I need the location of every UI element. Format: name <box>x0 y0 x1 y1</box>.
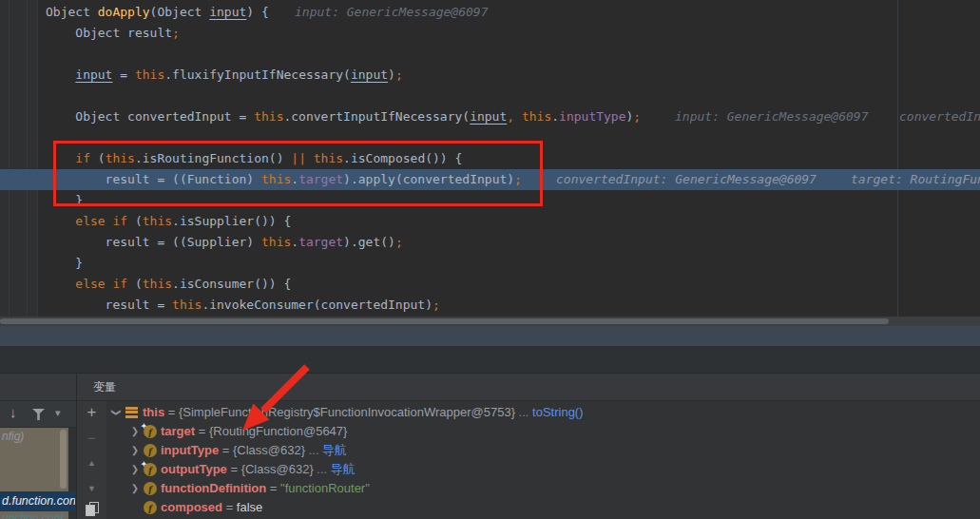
duplicate-icon[interactable] <box>86 502 99 516</box>
inline-debug-hint: convertedInp <box>899 106 980 127</box>
sparkle-icon: ✦ <box>141 420 147 433</box>
panel-gap <box>0 346 980 373</box>
frames-toolbar: ↓ ▾ <box>0 401 76 428</box>
code-token: , <box>507 109 514 124</box>
code-token: .isSupplier()) { <box>172 214 291 228</box>
code-token <box>514 109 522 124</box>
code-token: Object result <box>46 26 172 40</box>
code-line[interactable]: else if (this.isSupplier()) { <box>0 211 980 232</box>
code-token: this <box>143 214 172 228</box>
code-token: ; <box>432 298 440 312</box>
this-icon <box>125 407 138 418</box>
dropdown-caret-icon[interactable]: ▾ <box>55 407 61 419</box>
code-token: result = ((Supplier) <box>46 235 261 249</box>
inline-debug-hint: input: GenericMessage@6097 <box>675 106 869 127</box>
stack-frame-row: d.function.cont <box>2 491 75 511</box>
variable-name: target <box>161 422 195 441</box>
navigate-link[interactable]: 导航 <box>322 441 347 460</box>
horizontal-scrollbar[interactable] <box>0 317 980 326</box>
variable-row[interactable]: ❯this = {SimpleFunctionRegistry$Function… <box>106 403 980 422</box>
code-token: } <box>46 256 83 270</box>
code-line[interactable]: result = ((Supplier) this.target).get(); <box>0 232 980 253</box>
code-line[interactable]: else if (this.isConsumer()) { <box>0 274 980 295</box>
debug-panel-header: 变量 <box>0 373 980 401</box>
code-token: ).get() <box>343 235 395 249</box>
remove-watch-button[interactable]: − <box>77 430 106 446</box>
field-icon: f✦ <box>144 463 157 476</box>
scrollbar-thumb[interactable] <box>0 318 889 324</box>
move-down-button[interactable]: ▼ <box>77 484 106 493</box>
variable-row[interactable]: ❯finputType = {Class@632} ... 导航 <box>106 441 980 460</box>
move-up-button[interactable]: ▲ <box>77 458 106 468</box>
panel-divider <box>76 373 77 519</box>
code-token: result = <box>46 298 172 312</box>
inline-debug-hint: convertedInput: GenericMessage@6097 <box>556 169 817 190</box>
code-token: input <box>209 5 246 19</box>
code-token <box>46 67 75 82</box>
code-token: .invokeConsumer(convertedInput) <box>202 298 432 312</box>
code-line[interactable]: result = this.invokeConsumer(convertedIn… <box>0 295 980 316</box>
equals-sign: = <box>164 403 179 422</box>
intellij-debugger-window: Object doApply(Object input) {input: Gen… <box>0 0 980 519</box>
sparkle-icon: ✦ <box>141 458 147 471</box>
variable-value: {SimpleFunctionRegistry$FunctionInvocati… <box>179 403 515 422</box>
code-line[interactable] <box>0 86 980 106</box>
navigate-link[interactable]: 导航 <box>331 460 355 479</box>
code-token: ; <box>172 26 180 40</box>
code-token: if <box>112 277 127 291</box>
code-token: input <box>470 109 507 124</box>
library-frames-block[interactable]: nfig) <box>0 428 68 491</box>
frames-scrollbar[interactable] <box>60 430 67 489</box>
code-line[interactable]: Object result; <box>0 23 980 44</box>
navigate-link[interactable]: toString() <box>532 403 583 422</box>
code-token: this <box>261 235 291 249</box>
code-token: Object <box>46 5 98 19</box>
variable-value: {RoutingFunction@5647} <box>209 422 347 441</box>
arrow-down-icon[interactable]: ↓ <box>10 404 17 420</box>
expand-chevron-icon[interactable]: ❯ <box>106 405 125 420</box>
expand-chevron-icon[interactable]: ❯ <box>127 479 143 498</box>
code-line[interactable] <box>0 44 980 65</box>
field-icon: f✦ <box>144 425 157 438</box>
code-token: ) { <box>246 5 268 19</box>
equals-sign: = <box>195 422 209 441</box>
variable-row[interactable]: ❯ffunctionDefinition = "functionRouter" <box>106 479 980 498</box>
stack-frame-row[interactable]: nfig) <box>2 430 24 443</box>
variable-row[interactable]: ❯f✦outputType = {Class@632} ... 导航 <box>106 460 980 479</box>
variable-value: {Class@632} <box>241 460 314 479</box>
code-line[interactable]: } <box>0 253 980 274</box>
variable-name: inputType <box>161 441 219 460</box>
code-line[interactable]: input = this.fluxifyInputIfNecessary(inp… <box>0 65 980 86</box>
code-token: (Object <box>150 5 210 19</box>
code-token: else <box>75 214 105 228</box>
add-watch-button[interactable]: + <box>77 403 106 422</box>
code-token: ( <box>127 277 143 291</box>
code-token: else <box>75 277 105 291</box>
code-token <box>46 277 75 291</box>
code-token: inputType <box>559 109 625 124</box>
inline-debug-hint: target: RoutingFun <box>851 169 980 190</box>
selected-stack-frame[interactable]: d.function.cont <box>0 491 75 511</box>
variable-row[interactable]: ❯f✦target = {RoutingFunction@5647} <box>106 422 980 441</box>
variable-name: this <box>143 403 164 422</box>
code-token: ) <box>388 67 395 82</box>
field-icon: f <box>144 444 157 457</box>
variables-tab[interactable]: 变量 <box>93 374 116 400</box>
stack-frame-row[interactable]: unction.cont <box>0 511 68 519</box>
filter-funnel-icon[interactable] <box>32 409 45 420</box>
code-line[interactable]: Object doApply(Object input) {input: Gen… <box>0 2 980 23</box>
code-token: this <box>172 298 202 312</box>
variable-name: outputType <box>161 460 227 479</box>
variable-row[interactable]: fcomposed = false <box>106 498 980 517</box>
variables-toolbar: + − ▲ ▼ <box>77 401 106 519</box>
code-token: input <box>351 67 388 82</box>
code-line[interactable]: Object convertedInput = this.convertInpu… <box>0 106 980 127</box>
equals-sign: = <box>219 441 233 460</box>
ellipsis: ... <box>314 460 331 479</box>
code-token: .isConsumer()) { <box>172 277 291 291</box>
code-token: . <box>551 109 559 124</box>
expand-chevron-icon[interactable]: ❯ <box>127 441 143 460</box>
code-token: = <box>112 67 134 82</box>
code-token: input <box>75 67 112 82</box>
ellipsis: ... <box>515 403 532 422</box>
